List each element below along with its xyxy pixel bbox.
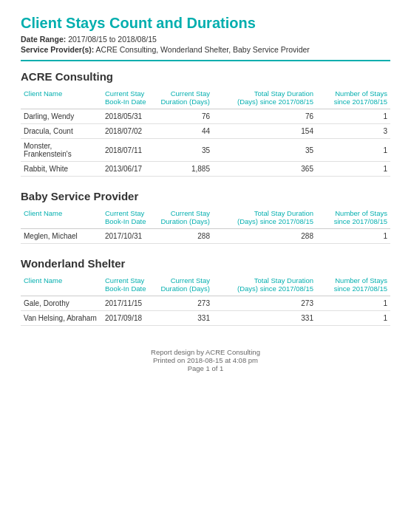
col-header-1-4: Number of Stayssince 2017/08/15 [316, 207, 390, 229]
col-header-2-1: Current StayBook-In Date [102, 274, 157, 296]
col-header-0-0: Client Name [21, 87, 102, 109]
report-title: Client Stays Count and Durations [21, 15, 390, 32]
cell-2-1-1: 2017/09/18 [102, 311, 157, 326]
cell-1-0-1: 2017/10/31 [102, 229, 157, 244]
cell-0-3-3: 365 [213, 162, 316, 177]
footer-line3: Page 1 of 1 [21, 364, 390, 372]
cell-0-0-2: 76 [157, 109, 213, 124]
cell-2-1-4: 1 [316, 311, 390, 326]
footer-line1: Report design by ACRE Consulting [21, 348, 390, 356]
cell-0-3-1: 2013/06/17 [102, 162, 157, 177]
col-header-1-2: Current StayDuration (Days) [157, 207, 213, 229]
section-title-0: ACRE Consulting [21, 70, 390, 83]
date-range-value: 2017/08/15 to 2018/08/15 [68, 35, 157, 44]
col-header-2-3: Total Stay Duration(Days) since 2017/08/… [213, 274, 316, 296]
section-title-2: Wonderland Shelter [21, 257, 390, 270]
cell-0-0-1: 2018/05/31 [102, 109, 157, 124]
cell-0-3-2: 1,885 [157, 162, 213, 177]
cell-0-1-4: 3 [316, 124, 390, 139]
col-header-2-0: Client Name [21, 274, 102, 296]
cell-1-0-4: 1 [316, 229, 390, 244]
cell-2-0-2: 273 [157, 296, 213, 311]
col-header-0-3: Total Stay Duration(Days) since 2017/08/… [213, 87, 316, 109]
cell-1-0-2: 288 [157, 229, 213, 244]
report-footer: Report design by ACRE Consulting Printed… [21, 348, 390, 372]
cell-0-1-0: Dracula, Count [21, 124, 102, 139]
cell-0-0-4: 1 [316, 109, 390, 124]
cell-2-1-2: 331 [157, 311, 213, 326]
section-table-2: Client NameCurrent StayBook-In DateCurre… [21, 274, 390, 326]
col-header-2-4: Number of Stayssince 2017/08/15 [316, 274, 390, 296]
cell-0-1-1: 2018/07/02 [102, 124, 157, 139]
col-header-0-2: Current StayDuration (Days) [157, 87, 213, 109]
cell-0-2-2: 35 [157, 139, 213, 162]
cell-1-0-0: Meglen, Michael [21, 229, 102, 244]
col-header-1-0: Client Name [21, 207, 102, 229]
cell-2-0-3: 273 [213, 296, 316, 311]
table-row: Dracula, Count2018/07/02441543 [21, 124, 390, 139]
cell-0-1-3: 154 [213, 124, 316, 139]
col-header-1-3: Total Stay Duration(Days) since 2017/08/… [213, 207, 316, 229]
table-row: Gale, Dorothy2017/11/152732731 [21, 296, 390, 311]
cell-2-1-0: Van Helsing, Abraham [21, 311, 102, 326]
service-provider-label: Service Provider(s): [21, 45, 94, 54]
col-header-1-1: Current StayBook-In Date [102, 207, 157, 229]
cell-0-2-3: 35 [213, 139, 316, 162]
cell-0-2-0: Monster, Frankenstein's [21, 139, 102, 162]
table-row: Darling, Wendy2018/05/3176761 [21, 109, 390, 124]
col-header-0-4: Number of Stayssince 2017/08/15 [316, 87, 390, 109]
service-provider-value: ACRE Consulting, Wonderland Shelter, Bab… [96, 45, 310, 54]
col-header-2-2: Current StayDuration (Days) [157, 274, 213, 296]
section-table-0: Client NameCurrent StayBook-In DateCurre… [21, 87, 390, 177]
cell-2-1-3: 331 [213, 311, 316, 326]
cell-0-3-4: 1 [316, 162, 390, 177]
footer-line2: Printed on 2018-08-15 at 4:08 pm [21, 356, 390, 364]
section-title-1: Baby Service Provider [21, 190, 390, 202]
cell-0-0-3: 76 [213, 109, 316, 124]
cell-1-0-3: 288 [213, 229, 316, 244]
cell-2-0-0: Gale, Dorothy [21, 296, 102, 311]
header-divider [21, 60, 390, 61]
table-row: Rabbit, White2013/06/171,8853651 [21, 162, 390, 177]
cell-0-0-0: Darling, Wendy [21, 109, 102, 124]
col-header-0-1: Current StayBook-In Date [102, 87, 157, 109]
report-date-range: Date Range: 2017/08/15 to 2018/08/15 [21, 35, 390, 44]
table-row: Van Helsing, Abraham2017/09/183313311 [21, 311, 390, 326]
cell-0-1-2: 44 [157, 124, 213, 139]
cell-2-0-4: 1 [316, 296, 390, 311]
date-range-label: Date Range: [21, 35, 66, 44]
cell-0-2-1: 2018/07/11 [102, 139, 157, 162]
cell-2-0-1: 2017/11/15 [102, 296, 157, 311]
table-row: Monster, Frankenstein's2018/07/1135351 [21, 139, 390, 162]
report-service-provider: Service Provider(s): ACRE Consulting, Wo… [21, 45, 390, 54]
cell-0-3-0: Rabbit, White [21, 162, 102, 177]
cell-0-2-4: 1 [316, 139, 390, 162]
section-table-1: Client NameCurrent StayBook-In DateCurre… [21, 207, 390, 244]
table-row: Meglen, Michael2017/10/312882881 [21, 229, 390, 244]
